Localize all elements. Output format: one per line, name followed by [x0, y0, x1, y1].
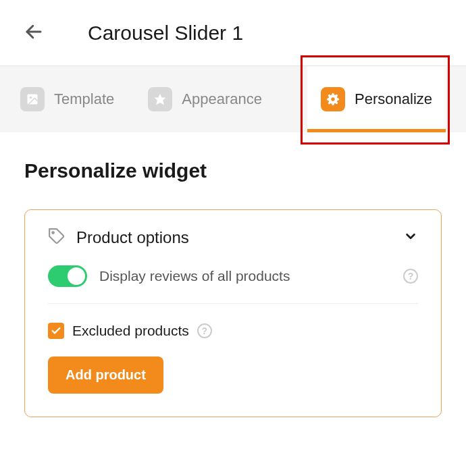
- tab-label: Personalize: [355, 90, 432, 108]
- header: Carousel Slider 1: [0, 0, 466, 66]
- tab-bar: Template Appearance Personalize: [0, 66, 466, 132]
- display-reviews-label: Display reviews of all products: [99, 268, 391, 284]
- tab-appearance[interactable]: Appearance: [148, 66, 262, 132]
- tab-label: Template: [54, 90, 114, 108]
- help-icon[interactable]: ?: [197, 323, 212, 338]
- add-product-button[interactable]: Add product: [48, 356, 163, 394]
- svg-point-7: [52, 232, 54, 234]
- image-icon: [20, 87, 45, 111]
- tab-label: Appearance: [182, 90, 262, 108]
- toggle-knob: [68, 267, 85, 285]
- svg-point-2: [30, 97, 32, 99]
- tab-personalize-wrap: Personalize: [307, 66, 446, 132]
- tab-personalize[interactable]: Personalize: [321, 66, 432, 132]
- arrow-left-icon: [24, 22, 44, 45]
- star-icon: [148, 87, 172, 111]
- excluded-products-checkbox[interactable]: [48, 323, 64, 339]
- help-icon[interactable]: ?: [403, 269, 418, 284]
- gear-icon: [321, 87, 345, 111]
- svg-marker-3: [155, 94, 166, 105]
- section-title: Personalize widget: [24, 159, 442, 182]
- back-button[interactable]: [20, 20, 47, 47]
- panel-header[interactable]: Product options: [48, 228, 418, 248]
- page-title: Carousel Slider 1: [88, 22, 243, 45]
- chevron-down-icon: [403, 229, 418, 246]
- panel-title: Product options: [76, 228, 392, 247]
- excluded-products-row: Excluded products ?: [48, 323, 418, 339]
- tag-icon: [48, 228, 66, 248]
- svg-point-6: [331, 97, 334, 101]
- tab-template[interactable]: Template: [20, 66, 114, 132]
- display-reviews-row: Display reviews of all products ?: [48, 263, 418, 304]
- content: Personalize widget Product options Displ…: [0, 132, 466, 444]
- display-reviews-toggle[interactable]: [48, 265, 87, 287]
- excluded-products-label: Excluded products: [72, 323, 189, 339]
- product-options-panel: Product options Display reviews of all p…: [24, 209, 442, 417]
